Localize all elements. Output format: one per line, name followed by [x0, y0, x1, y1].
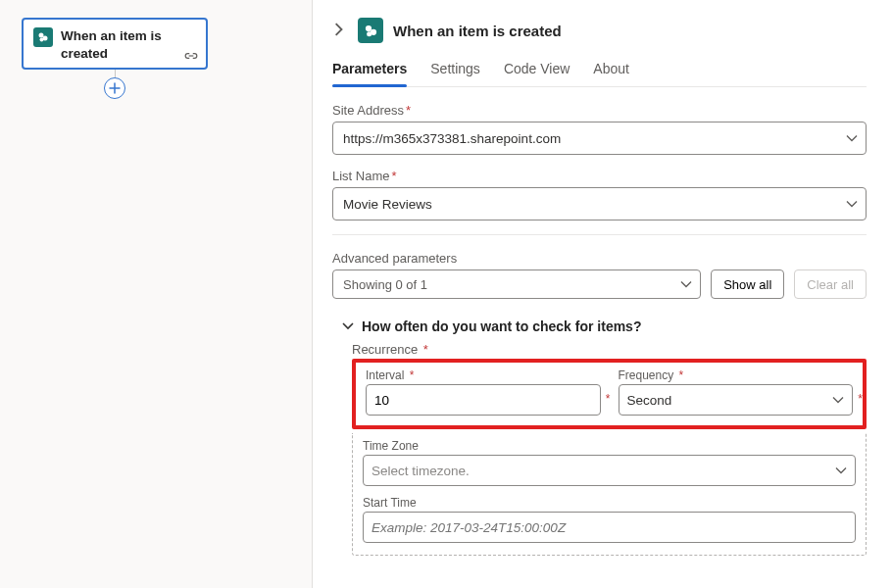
chevron-down-icon	[846, 131, 858, 146]
interval-input[interactable]	[366, 384, 601, 416]
frequency-value: Second	[627, 393, 672, 408]
advanced-params-select[interactable]: Showing 0 of 1	[332, 270, 701, 299]
tab-code-view[interactable]: Code View	[504, 61, 570, 86]
timezone-select[interactable]: Select timezone.	[363, 455, 856, 486]
sharepoint-icon	[358, 18, 383, 43]
frequency-label: Frequency *	[619, 368, 854, 382]
site-address-value: https://m365x373381.sharepoint.com	[343, 131, 561, 146]
recurrence-label: Recurrence *	[352, 342, 867, 357]
panel-collapse-button[interactable]	[332, 21, 348, 41]
svg-point-3	[365, 24, 371, 30]
advanced-label: Advanced parameters	[332, 251, 867, 266]
chevron-down-icon	[846, 197, 858, 212]
svg-point-2	[40, 38, 44, 42]
show-all-button[interactable]: Show all	[711, 270, 784, 299]
tab-settings[interactable]: Settings	[430, 61, 480, 86]
add-step-button[interactable]	[104, 77, 125, 99]
chevron-down-icon	[832, 393, 844, 408]
svg-point-5	[367, 31, 372, 36]
panel-title: When an item is created	[393, 23, 562, 39]
interval-label: Interval *	[366, 368, 601, 382]
recurrence-section-toggle[interactable]: How often do you want to check for items…	[342, 318, 867, 334]
flow-canvas: When an item is created	[0, 0, 312, 588]
properties-panel: When an item is created Parameters Setti…	[312, 0, 892, 588]
starttime-label: Start Time	[363, 496, 856, 510]
chevron-right-icon	[332, 23, 344, 36]
list-name-value: Movie Reviews	[343, 197, 432, 212]
panel-tabs: Parameters Settings Code View About	[332, 61, 867, 87]
tab-about[interactable]: About	[593, 61, 629, 86]
chevron-down-icon	[342, 322, 354, 330]
chevron-down-icon	[835, 464, 847, 478]
sharepoint-icon	[33, 27, 53, 47]
site-address-select[interactable]: https://m365x373381.sharepoint.com	[332, 122, 867, 155]
section-title: How often do you want to check for items…	[362, 318, 641, 334]
starttime-input[interactable]	[363, 512, 856, 543]
site-address-label: Site Address*	[332, 103, 867, 118]
trigger-card-title: When an item is created	[61, 27, 196, 62]
trigger-card[interactable]: When an item is created	[22, 18, 208, 70]
timezone-placeholder: Select timezone.	[372, 464, 470, 478]
svg-point-0	[39, 33, 44, 38]
clear-all-button: Clear all	[794, 270, 867, 299]
timezone-label: Time Zone	[363, 439, 856, 453]
list-name-select[interactable]: Movie Reviews	[332, 187, 867, 220]
interval-frequency-highlight: Interval * Frequency * Second	[352, 359, 867, 429]
tab-parameters[interactable]: Parameters	[332, 61, 407, 86]
list-name-label: List Name*	[332, 169, 867, 183]
chevron-down-icon	[680, 277, 692, 292]
frequency-select[interactable]: Second	[619, 384, 854, 416]
link-icon	[184, 49, 198, 64]
